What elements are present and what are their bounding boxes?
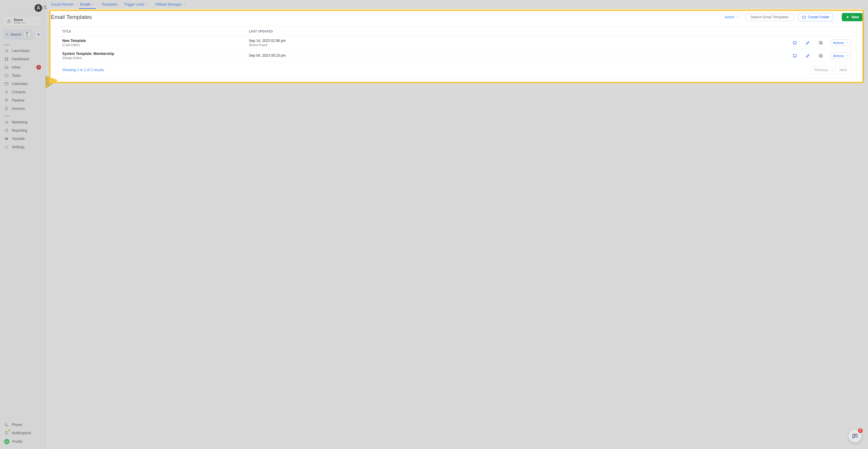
row-subtitle: (Design Editor) bbox=[62, 56, 249, 60]
row-updated-by: (Grace Puyot) bbox=[249, 43, 792, 46]
col-updated: LAST UPDATED bbox=[249, 30, 851, 33]
svg-rect-18 bbox=[793, 54, 797, 57]
sidebar-item-inbox[interactable]: Inbox 2 bbox=[1, 63, 44, 71]
chevron-down-icon bbox=[845, 54, 848, 57]
search-shortcut: ⌘ K bbox=[23, 31, 31, 38]
row-subtitle: (Code Editor) bbox=[62, 43, 249, 46]
sidebar-item-launchpad[interactable]: Launchpad bbox=[1, 46, 44, 55]
sidebar-item-tasks[interactable]: Tasks bbox=[1, 71, 44, 80]
chat-widget[interactable]: 7 bbox=[848, 429, 862, 443]
tab-social-planner[interactable]: Social Planner bbox=[50, 1, 75, 9]
chat-icon bbox=[852, 433, 858, 439]
quick-action-button[interactable] bbox=[35, 31, 42, 38]
chart-icon bbox=[4, 128, 9, 133]
sidebar-item-phone[interactable]: Phone bbox=[1, 421, 44, 429]
top-nav: Social Planner Emails Templates Trigger … bbox=[45, 0, 868, 9]
sidebar-item-reporting[interactable]: Reporting bbox=[1, 126, 44, 135]
search-label: Search bbox=[10, 32, 22, 37]
row-updated: Sep 04, 2023 05:15 pm bbox=[249, 54, 792, 58]
sidebar-item-pipeline[interactable]: Pipeline bbox=[1, 96, 44, 104]
tab-emails[interactable]: Emails bbox=[79, 1, 96, 9]
sidebar-item-label: Phone bbox=[12, 423, 22, 427]
preview-button[interactable] bbox=[792, 53, 798, 59]
table-row[interactable]: System Template: Membership (Design Edit… bbox=[58, 49, 856, 62]
next-page-button[interactable]: Next bbox=[835, 66, 851, 74]
filter-active-dropdown[interactable]: Active bbox=[723, 14, 741, 20]
invoice-icon bbox=[4, 106, 9, 111]
page-title: Email Templates bbox=[51, 14, 92, 20]
sidebar-item-label: Youtube bbox=[12, 137, 25, 141]
svg-rect-7 bbox=[5, 74, 8, 77]
sidebar-item-settings[interactable]: Settings bbox=[1, 143, 44, 151]
check-icon bbox=[4, 73, 9, 78]
sidebar-item-label: Profile bbox=[12, 440, 23, 444]
sidebar-item-notifications[interactable]: Notifications bbox=[1, 429, 44, 437]
svg-rect-3 bbox=[5, 58, 6, 59]
sidebar-item-label: Pipeline bbox=[12, 98, 25, 102]
button-label: Next bbox=[839, 68, 847, 72]
copy-icon bbox=[818, 40, 823, 45]
global-search-button[interactable]: Search ⌘ K bbox=[3, 30, 33, 39]
copy-button[interactable] bbox=[817, 39, 824, 46]
button-label: Previous bbox=[814, 68, 829, 72]
profile-avatar: GP bbox=[4, 439, 9, 444]
page-header: Email Templates Active Create Folder bbox=[51, 13, 863, 21]
row-title: System Template: Membership bbox=[62, 52, 249, 56]
svg-point-1 bbox=[6, 34, 8, 35]
sidebar-item-contacts[interactable]: Contacts bbox=[1, 88, 44, 96]
calendar-icon bbox=[4, 82, 9, 86]
section-label-tools: Tools bbox=[0, 113, 45, 118]
chevron-down-icon bbox=[845, 41, 848, 44]
nav-tools: Marketing Reporting Youtube Settings bbox=[0, 118, 45, 151]
search-templates-input-wrap[interactable] bbox=[745, 13, 794, 21]
svg-rect-20 bbox=[819, 54, 822, 56]
inbox-badge: 2 bbox=[36, 65, 41, 70]
sidebar-item-marketing[interactable]: Marketing bbox=[1, 118, 44, 126]
sidebar-item-calendars[interactable]: Calendars bbox=[1, 80, 44, 88]
org-avatar-icon bbox=[6, 19, 11, 24]
user-icon bbox=[4, 90, 9, 94]
sidebar-item-invoices[interactable]: Invoices bbox=[1, 104, 44, 113]
gear-icon bbox=[4, 145, 9, 149]
tab-trigger-links[interactable]: Trigger Links bbox=[123, 1, 150, 9]
copy-icon bbox=[818, 54, 823, 58]
sidebar-item-label: Launchpad bbox=[12, 49, 29, 53]
actions-label: Actions bbox=[833, 54, 844, 58]
sidebar-item-youtube[interactable]: Youtube bbox=[1, 135, 44, 143]
notification-dot-icon bbox=[8, 429, 10, 431]
row-title: New Template bbox=[62, 39, 249, 43]
section-label-apps: Apps bbox=[0, 41, 45, 46]
tab-templates[interactable]: Templates bbox=[100, 1, 119, 9]
tab-label: Templates bbox=[101, 2, 118, 6]
prev-page-button[interactable]: Previous bbox=[810, 66, 833, 74]
org-switcher[interactable]: Demo Irvine, CA bbox=[3, 16, 42, 27]
preview-button[interactable] bbox=[792, 39, 798, 46]
search-icon bbox=[6, 33, 8, 36]
edit-button[interactable] bbox=[805, 39, 811, 46]
sidebar-item-label: Marketing bbox=[12, 120, 27, 124]
results-count: Showing 1 to 2 of 2 results bbox=[62, 68, 104, 72]
actions-dropdown[interactable]: Actions bbox=[831, 53, 851, 59]
row-updated: Sep 14, 2023 02:56 pm bbox=[249, 39, 792, 43]
svg-rect-5 bbox=[5, 59, 6, 61]
new-button[interactable]: New bbox=[842, 13, 863, 21]
svg-rect-8 bbox=[5, 83, 8, 85]
edit-button[interactable] bbox=[805, 53, 811, 59]
main: Social Planner Emails Templates Trigger … bbox=[45, 0, 868, 449]
copy-button[interactable] bbox=[817, 53, 824, 59]
svg-rect-15 bbox=[793, 41, 797, 44]
preview-icon bbox=[793, 40, 797, 45]
actions-dropdown[interactable]: Actions bbox=[831, 39, 851, 46]
grid-icon bbox=[4, 57, 9, 61]
search-templates-input[interactable] bbox=[750, 15, 795, 19]
tab-label: Trigger Links bbox=[124, 2, 144, 6]
svg-point-9 bbox=[6, 91, 7, 92]
table-row[interactable]: New Template (Code Editor) Sep 14, 2023 … bbox=[58, 36, 856, 49]
sidebar-item-dashboard[interactable]: Dashboard bbox=[1, 55, 44, 63]
tab-affiliate-manager[interactable]: Affiliate Manager bbox=[154, 1, 187, 9]
create-folder-button[interactable]: Create Folder bbox=[798, 13, 833, 21]
svg-point-0 bbox=[8, 20, 9, 21]
svg-rect-17 bbox=[819, 41, 822, 43]
button-label: New bbox=[851, 15, 859, 19]
sidebar-item-profile[interactable]: GP Profile bbox=[1, 437, 44, 446]
